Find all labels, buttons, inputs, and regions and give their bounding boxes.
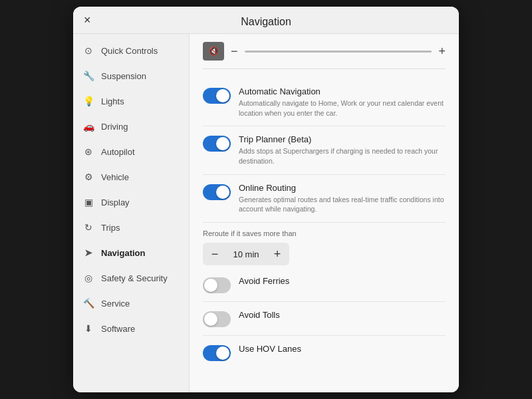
sidebar-item-service[interactable]: 🔨 Service bbox=[73, 291, 189, 316]
reroute-minus-button[interactable]: − bbox=[203, 243, 227, 265]
reroute-section: Reroute if it saves more than − 10 min + bbox=[203, 223, 446, 268]
sidebar-icon-software: ⬇ bbox=[82, 323, 94, 334]
sidebar-label-suspension: Suspension bbox=[101, 71, 146, 81]
setting-text-avoid-ferries: Avoid Ferries bbox=[239, 276, 446, 288]
content-area: ⊙ Quick Controls 🔧 Suspension 💡 Lights 🚗… bbox=[73, 34, 459, 392]
setting-label-avoid-ferries: Avoid Ferries bbox=[239, 276, 446, 286]
setting-desc-trip-planner: Adds stops at Superchargers if charging … bbox=[239, 146, 446, 166]
sidebar-icon-suspension: 🔧 bbox=[82, 70, 94, 82]
sidebar-label-lights: Lights bbox=[101, 96, 124, 106]
sidebar-item-navigation[interactable]: ➤ Navigation bbox=[73, 240, 189, 265]
setting-row-hov-lanes: Use HOV Lanes bbox=[203, 336, 446, 369]
title-bar: × Navigation bbox=[73, 7, 459, 34]
reroute-stepper: − 10 min + bbox=[203, 243, 289, 265]
setting-desc-online-routing: Generates optimal routes and takes real-… bbox=[239, 195, 446, 214]
volume-track[interactable] bbox=[245, 51, 432, 53]
sidebar-label-quick-controls: Quick Controls bbox=[101, 46, 158, 56]
sidebar-label-driving: Driving bbox=[101, 122, 128, 132]
sidebar-item-display[interactable]: ▣ Display bbox=[73, 190, 189, 215]
setting-text-avoid-tolls: Avoid Tolls bbox=[239, 310, 446, 322]
sidebar-icon-autopilot: ⊛ bbox=[82, 146, 94, 158]
setting-label-online-routing: Online Routing bbox=[239, 183, 446, 193]
reroute-label: Reroute if it saves more than bbox=[203, 229, 446, 237]
setting-text-auto-nav: Automatic Navigation Automatically navig… bbox=[239, 86, 446, 118]
page-title: Navigation bbox=[241, 16, 291, 27]
setting-label-auto-nav: Automatic Navigation bbox=[239, 86, 446, 96]
main-panel: 🔇 − + Automatic Navigation Automatically… bbox=[190, 34, 459, 392]
setting-row-avoid-tolls: Avoid Tolls bbox=[203, 302, 446, 336]
sidebar-label-service: Service bbox=[101, 299, 130, 309]
sidebar-icon-driving: 🚗 bbox=[82, 120, 94, 132]
setting-label-avoid-tolls: Avoid Tolls bbox=[239, 310, 446, 320]
sidebar-icon-service: 🔨 bbox=[82, 297, 94, 309]
sidebar-label-autopilot: Autopilot bbox=[101, 147, 135, 157]
volume-plus-button[interactable]: + bbox=[438, 45, 446, 59]
setting-desc-auto-nav: Automatically navigate to Home, Work or … bbox=[239, 98, 446, 118]
setting-label-trip-planner: Trip Planner (Beta) bbox=[239, 134, 446, 144]
sidebar-item-quick-controls[interactable]: ⊙ Quick Controls bbox=[73, 38, 189, 63]
close-button[interactable]: × bbox=[84, 13, 91, 27]
sidebar-label-display: Display bbox=[101, 198, 130, 207]
sidebar-label-navigation: Navigation bbox=[101, 248, 145, 258]
mute-icon: 🔇 bbox=[209, 47, 219, 56]
settings-list: Automatic Navigation Automatically navig… bbox=[203, 78, 446, 369]
sidebar-item-trips[interactable]: ↻ Trips bbox=[73, 215, 189, 240]
mute-button[interactable]: 🔇 bbox=[203, 42, 224, 61]
setting-text-hov-lanes: Use HOV Lanes bbox=[239, 344, 446, 356]
setting-row-trip-planner: Trip Planner (Beta) Adds stops at Superc… bbox=[203, 126, 446, 174]
sidebar-icon-quick-controls: ⊙ bbox=[82, 45, 94, 57]
toggle-hov-lanes[interactable] bbox=[203, 345, 231, 361]
toggle-avoid-ferries[interactable] bbox=[203, 277, 231, 293]
setting-row-avoid-ferries: Avoid Ferries bbox=[203, 268, 446, 302]
settings-screen: × Navigation ⊙ Quick Controls 🔧 Suspensi… bbox=[73, 7, 459, 392]
setting-label-hov-lanes: Use HOV Lanes bbox=[239, 344, 446, 354]
sidebar-icon-display: ▣ bbox=[82, 196, 94, 208]
setting-text-trip-planner: Trip Planner (Beta) Adds stops at Superc… bbox=[239, 134, 446, 166]
sidebar-icon-trips: ↻ bbox=[82, 221, 94, 233]
sidebar-item-autopilot[interactable]: ⊛ Autopilot bbox=[73, 139, 189, 164]
toggle-online-routing[interactable] bbox=[203, 184, 231, 200]
reroute-plus-button[interactable]: + bbox=[265, 243, 289, 265]
sidebar: ⊙ Quick Controls 🔧 Suspension 💡 Lights 🚗… bbox=[73, 34, 190, 392]
sidebar-icon-navigation: ➤ bbox=[82, 247, 94, 259]
reroute-value: 10 min bbox=[227, 249, 265, 259]
sidebar-item-software[interactable]: ⬇ Software bbox=[73, 316, 189, 341]
setting-row-auto-nav: Automatic Navigation Automatically navig… bbox=[203, 78, 446, 126]
sidebar-item-vehicle[interactable]: ⚙ Vehicle bbox=[73, 164, 189, 190]
sidebar-label-safety-security: Safety & Security bbox=[101, 273, 168, 283]
sidebar-label-trips: Trips bbox=[101, 223, 120, 233]
setting-row-online-routing: Online Routing Generates optimal routes … bbox=[203, 175, 446, 223]
sidebar-icon-lights: 💡 bbox=[82, 95, 94, 107]
volume-minus-button[interactable]: − bbox=[231, 45, 238, 59]
toggle-avoid-tolls[interactable] bbox=[203, 311, 231, 327]
sidebar-icon-vehicle: ⚙ bbox=[82, 171, 94, 183]
sidebar-label-vehicle: Vehicle bbox=[101, 172, 129, 182]
toggle-auto-nav[interactable] bbox=[203, 88, 231, 104]
volume-control: 🔇 − + bbox=[203, 34, 446, 69]
sidebar-item-driving[interactable]: 🚗 Driving bbox=[73, 114, 189, 139]
sidebar-item-safety-security[interactable]: ◎ Safety & Security bbox=[73, 265, 189, 291]
sidebar-icon-safety-security: ◎ bbox=[82, 272, 94, 284]
sidebar-label-software: Software bbox=[101, 324, 135, 334]
sidebar-item-suspension[interactable]: 🔧 Suspension bbox=[73, 63, 189, 88]
setting-text-online-routing: Online Routing Generates optimal routes … bbox=[239, 183, 446, 214]
toggle-trip-planner[interactable] bbox=[203, 136, 231, 152]
sidebar-item-lights[interactable]: 💡 Lights bbox=[73, 88, 189, 114]
